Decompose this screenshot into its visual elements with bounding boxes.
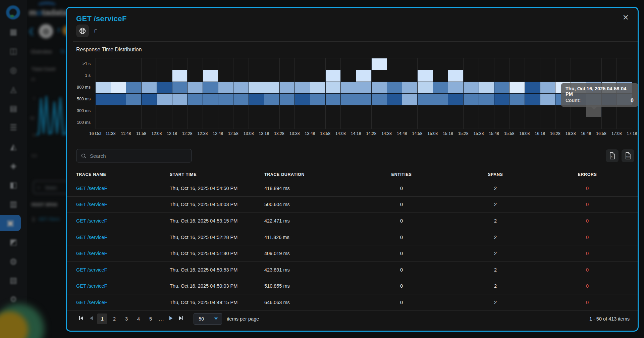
heatmap-cell[interactable] bbox=[249, 93, 264, 105]
heatmap-cell[interactable] bbox=[616, 105, 632, 117]
heatmap-cell[interactable] bbox=[402, 117, 418, 129]
heatmap-cell[interactable] bbox=[111, 105, 126, 117]
column-header-start-time[interactable]: START TIME bbox=[170, 172, 264, 177]
heatmap-cell[interactable] bbox=[340, 117, 356, 129]
heatmap-cell[interactable] bbox=[233, 93, 249, 105]
page-button-5[interactable]: 5 bbox=[146, 313, 156, 324]
heatmap-cell[interactable] bbox=[233, 105, 249, 117]
heatmap-cell[interactable] bbox=[218, 70, 234, 82]
heatmap-cell[interactable] bbox=[509, 105, 525, 117]
heatmap-cell[interactable] bbox=[126, 70, 142, 82]
heatmap-cell[interactable] bbox=[371, 82, 387, 94]
heatmap-cell[interactable] bbox=[111, 58, 126, 70]
heatmap-cell[interactable] bbox=[157, 58, 172, 70]
heatmap-cell[interactable] bbox=[95, 93, 111, 105]
heatmap-cell[interactable] bbox=[417, 93, 433, 105]
heatmap-cell[interactable] bbox=[433, 117, 448, 129]
heatmap-cell[interactable] bbox=[494, 93, 510, 105]
heatmap-cell[interactable] bbox=[525, 70, 540, 82]
heatmap-cell[interactable] bbox=[203, 93, 218, 105]
heatmap-cell[interactable] bbox=[555, 58, 571, 70]
heatmap-cell[interactable] bbox=[417, 117, 433, 129]
heatmap-cell[interactable] bbox=[616, 117, 632, 129]
heatmap-cell[interactable] bbox=[340, 82, 356, 94]
heatmap-cell[interactable] bbox=[479, 70, 494, 82]
heatmap-cell[interactable] bbox=[294, 93, 310, 105]
heatmap-cell[interactable] bbox=[233, 117, 249, 129]
trace-name-link[interactable]: GET /serviceF bbox=[67, 267, 170, 273]
heatmap-cell[interactable] bbox=[494, 82, 510, 94]
heatmap-cell[interactable] bbox=[187, 82, 203, 94]
heatmap-cell[interactable] bbox=[111, 70, 126, 82]
page-button-4[interactable]: 4 bbox=[133, 313, 144, 324]
heatmap-cell[interactable] bbox=[433, 105, 448, 117]
heatmap-cell[interactable] bbox=[218, 93, 234, 105]
heatmap-cell[interactable] bbox=[448, 82, 464, 94]
heatmap-cell[interactable] bbox=[448, 117, 464, 129]
heatmap-cell[interactable] bbox=[95, 58, 111, 70]
heatmap-cell[interactable] bbox=[571, 117, 586, 129]
heatmap-cell[interactable] bbox=[356, 105, 372, 117]
heatmap-cell[interactable] bbox=[279, 58, 295, 70]
column-header-trace-name[interactable]: TRACE NAME bbox=[67, 172, 170, 177]
heatmap-cell[interactable] bbox=[279, 117, 295, 129]
heatmap-cell[interactable] bbox=[95, 105, 111, 117]
heatmap-cell[interactable] bbox=[187, 58, 203, 70]
heatmap-cell[interactable] bbox=[540, 105, 556, 117]
heatmap-cell[interactable] bbox=[417, 70, 433, 82]
heatmap-cell[interactable] bbox=[417, 82, 433, 94]
heatmap-cell[interactable] bbox=[141, 82, 157, 94]
heatmap-cell[interactable] bbox=[525, 58, 540, 70]
heatmap-cell[interactable] bbox=[433, 93, 448, 105]
heatmap-cell[interactable] bbox=[494, 117, 510, 129]
heatmap-cell[interactable] bbox=[187, 117, 203, 129]
heatmap-cell[interactable] bbox=[448, 105, 464, 117]
heatmap-cell[interactable] bbox=[479, 105, 494, 117]
last-page-icon[interactable] bbox=[176, 316, 186, 322]
heatmap-cell[interactable] bbox=[525, 105, 540, 117]
heatmap-cell[interactable] bbox=[371, 70, 387, 82]
heatmap-cell[interactable] bbox=[417, 105, 433, 117]
heatmap-cell[interactable] bbox=[187, 93, 203, 105]
heatmap-cell[interactable] bbox=[340, 93, 356, 105]
heatmap-cell[interactable] bbox=[555, 117, 571, 129]
heatmap-cell[interactable] bbox=[233, 58, 249, 70]
heatmap-cell[interactable] bbox=[601, 70, 617, 82]
heatmap-cell[interactable] bbox=[218, 105, 234, 117]
heatmap-cell[interactable] bbox=[433, 82, 448, 94]
heatmap-cell[interactable] bbox=[95, 82, 111, 94]
heatmap-cell[interactable] bbox=[310, 105, 326, 117]
heatmap-cell[interactable] bbox=[509, 117, 525, 129]
heatmap-cell[interactable] bbox=[310, 82, 326, 94]
heatmap-cell[interactable] bbox=[356, 58, 372, 70]
heatmap-cell[interactable] bbox=[264, 93, 280, 105]
heatmap-cell[interactable] bbox=[540, 82, 556, 94]
heatmap-cell[interactable] bbox=[371, 117, 387, 129]
heatmap-cell[interactable] bbox=[325, 105, 341, 117]
heatmap-cell[interactable] bbox=[141, 93, 157, 105]
heatmap-cell[interactable] bbox=[111, 93, 126, 105]
trace-name-link[interactable]: GET /serviceF bbox=[67, 300, 170, 305]
heatmap-cell[interactable] bbox=[218, 82, 234, 94]
heatmap-cell[interactable] bbox=[325, 58, 341, 70]
heatmap-cell[interactable] bbox=[433, 70, 448, 82]
heatmap-cell[interactable] bbox=[264, 58, 280, 70]
heatmap-cell[interactable] bbox=[601, 117, 617, 129]
search-input[interactable] bbox=[90, 153, 192, 159]
heatmap-cell[interactable] bbox=[463, 82, 479, 94]
heatmap-cell[interactable] bbox=[249, 58, 264, 70]
page-button-3[interactable]: 3 bbox=[121, 313, 131, 324]
page-ellipsis[interactable]: ... bbox=[159, 316, 164, 322]
trace-name-link[interactable]: GET /serviceF bbox=[67, 186, 170, 191]
heatmap-cell[interactable] bbox=[249, 105, 264, 117]
heatmap-cell[interactable] bbox=[417, 58, 433, 70]
heatmap-cell[interactable] bbox=[586, 70, 602, 82]
trace-name-link[interactable]: GET /serviceF bbox=[67, 202, 170, 207]
heatmap-cell[interactable] bbox=[571, 70, 586, 82]
heatmap-cell[interactable] bbox=[586, 117, 602, 129]
page-size-select[interactable]: 50 bbox=[194, 313, 222, 325]
heatmap-cell[interactable] bbox=[157, 70, 172, 82]
heatmap-cell[interactable] bbox=[264, 117, 280, 129]
heatmap-cell[interactable] bbox=[126, 93, 142, 105]
heatmap-cell[interactable] bbox=[586, 58, 602, 70]
